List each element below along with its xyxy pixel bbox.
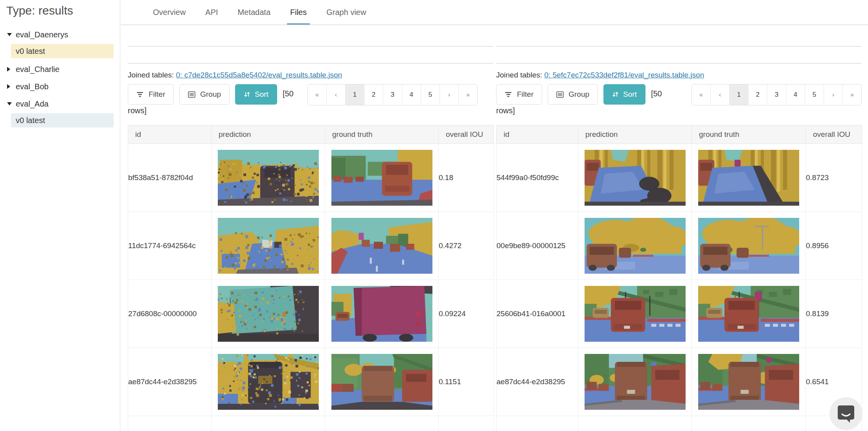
table-header-row: idpredictionground truthoverall IOU — [497, 125, 862, 144]
page-2-button[interactable]: 2 — [364, 85, 383, 105]
ground-truth-image-cell[interactable] — [325, 416, 439, 431]
table-row: 27d6808c-000000000.09224 — [128, 280, 494, 348]
page-2-button[interactable]: 2 — [748, 85, 767, 105]
row-id: ae87dc44-e2d38295 — [128, 348, 211, 416]
prediction-image-cell[interactable] — [578, 416, 692, 431]
prediction-image-cell[interactable] — [211, 212, 325, 280]
page-1-button[interactable]: 1 — [345, 85, 364, 105]
joined-tables-label: Joined tables: — [128, 71, 174, 79]
prediction-image — [218, 354, 319, 410]
ground-truth-image-cell[interactable] — [692, 280, 806, 348]
table-controls: Filter Group Sort [50 rows] — [496, 84, 674, 116]
page-next-button[interactable]: › — [440, 85, 458, 105]
group-icon — [188, 91, 196, 98]
chevron-collapsed-icon[interactable] — [7, 84, 10, 89]
page-4-button[interactable]: 4 — [786, 85, 805, 105]
prediction-image — [585, 150, 686, 206]
overall-iou-value: 0.8723 — [806, 144, 862, 212]
ground-truth-image — [698, 150, 799, 206]
overall-iou-value: 0.1151 — [439, 348, 494, 416]
joined-tables-link[interactable]: 0: c7de28c1c55d5a8e5402/eval_results.tab… — [176, 71, 342, 79]
ground-truth-image-cell[interactable] — [325, 212, 439, 280]
prediction-image-cell[interactable] — [211, 144, 325, 212]
overall-iou-value: 0.09224 — [439, 280, 494, 348]
sidebar-item-eval_charlie[interactable]: eval_Charlie — [0, 61, 120, 78]
ground-truth-image-cell[interactable] — [325, 144, 439, 212]
panel-divider — [496, 47, 862, 64]
prediction-image-cell[interactable] — [578, 280, 692, 348]
page-5-button[interactable]: 5 — [421, 85, 440, 105]
prediction-image-cell[interactable] — [578, 144, 692, 212]
ground-truth-image-cell[interactable] — [692, 144, 806, 212]
table-row: ae87dc44-e2d382950.1151 — [128, 348, 494, 416]
prediction-image — [585, 354, 686, 410]
sidebar-item-eval_daenerys[interactable]: eval_Daenerys — [0, 26, 120, 43]
page-4-button[interactable]: 4 — [402, 85, 421, 105]
page-3-button[interactable]: 3 — [383, 85, 402, 105]
page-last-button[interactable]: » — [842, 85, 861, 105]
column-header-prediction[interactable]: prediction — [211, 125, 325, 144]
joined-tables-link[interactable]: 0: 5efc7ec72c533def2f81/eval_results.tab… — [544, 71, 704, 79]
tab-api[interactable]: API — [204, 0, 219, 24]
ground-truth-image-cell[interactable] — [325, 348, 439, 416]
ground-truth-image-cell[interactable] — [692, 416, 806, 431]
prediction-image-cell[interactable] — [211, 348, 325, 416]
sidebar-item-eval_bob[interactable]: eval_Bob — [0, 78, 120, 95]
artifact-tree: eval_Daenerysv0 latesteval_Charlieeval_B… — [0, 26, 120, 127]
page-first-button[interactable]: « — [692, 85, 710, 105]
column-header-id[interactable]: id — [128, 125, 211, 144]
prediction-image-cell[interactable] — [578, 348, 692, 416]
ground-truth-image-cell[interactable] — [692, 212, 806, 280]
overall-iou-value: 0.18 — [439, 144, 494, 212]
page-5-button[interactable]: 5 — [805, 85, 824, 105]
filter-button[interactable]: Filter — [496, 84, 542, 105]
prediction-image-cell[interactable] — [211, 416, 325, 431]
ground-truth-image — [331, 218, 432, 274]
sort-button[interactable]: Sort — [235, 84, 277, 105]
column-header-overall-IOU[interactable]: overall IOU — [439, 125, 494, 144]
tab-overview[interactable]: Overview — [152, 0, 186, 24]
page-prev-button[interactable]: ‹ — [710, 85, 729, 105]
tab-graph-view[interactable]: Graph view — [326, 0, 367, 24]
group-icon — [556, 91, 564, 98]
row-id: bf538a51-8782f04d — [128, 144, 211, 212]
filter-button[interactable]: Filter — [128, 84, 174, 105]
prediction-image-cell[interactable] — [211, 280, 325, 348]
prediction-image — [218, 286, 319, 342]
chevron-expanded-icon[interactable] — [7, 102, 12, 105]
column-header-ground-truth[interactable]: ground truth — [325, 125, 439, 144]
group-button[interactable]: Group — [548, 84, 598, 105]
sort-button[interactable]: Sort — [603, 84, 645, 105]
group-button[interactable]: Group — [179, 84, 230, 105]
table-row: bf538a51-8782f04d0.18 — [128, 144, 494, 212]
page-3-button[interactable]: 3 — [767, 85, 786, 105]
page-first-button[interactable]: « — [308, 85, 326, 105]
page-next-button[interactable]: › — [824, 85, 842, 105]
tab-files[interactable]: Files — [289, 0, 307, 24]
page-1-button[interactable]: 1 — [729, 85, 748, 105]
column-header-prediction[interactable]: prediction — [578, 125, 692, 144]
chevron-collapsed-icon[interactable] — [7, 67, 10, 72]
column-header-overall-IOU[interactable]: overall IOU — [806, 125, 862, 144]
sidebar-item-eval_ada[interactable]: eval_Ada — [0, 95, 120, 112]
ground-truth-image-cell[interactable] — [325, 280, 439, 348]
column-header-id[interactable]: id — [497, 125, 578, 144]
ground-truth-image — [331, 150, 432, 206]
ground-truth-image-cell[interactable] — [692, 348, 806, 416]
results-panel-right: Joined tables: 0: 5efc7ec72c533def2f81/e… — [496, 25, 862, 431]
sidebar-version-item[interactable]: v0 latest — [11, 113, 114, 127]
ground-truth-image — [331, 354, 432, 410]
tab-metadata[interactable]: Metadata — [237, 0, 271, 24]
sidebar-version-item[interactable]: v0 latest — [11, 44, 114, 58]
page-last-button[interactable]: » — [458, 85, 477, 105]
chat-bubble-icon — [837, 404, 855, 424]
column-header-ground-truth[interactable]: ground truth — [692, 125, 806, 144]
sort-icon — [612, 91, 619, 98]
page-prev-button[interactable]: ‹ — [326, 85, 345, 105]
prediction-image-cell[interactable] — [578, 212, 692, 280]
row-id: ae87dc44-e2d38295 — [497, 348, 578, 416]
ground-truth-image — [698, 286, 799, 342]
chat-widget-button[interactable] — [829, 397, 862, 430]
table-row: 544f99a0-f50fd99c0.8723 — [497, 144, 862, 212]
chevron-expanded-icon[interactable] — [7, 33, 12, 36]
